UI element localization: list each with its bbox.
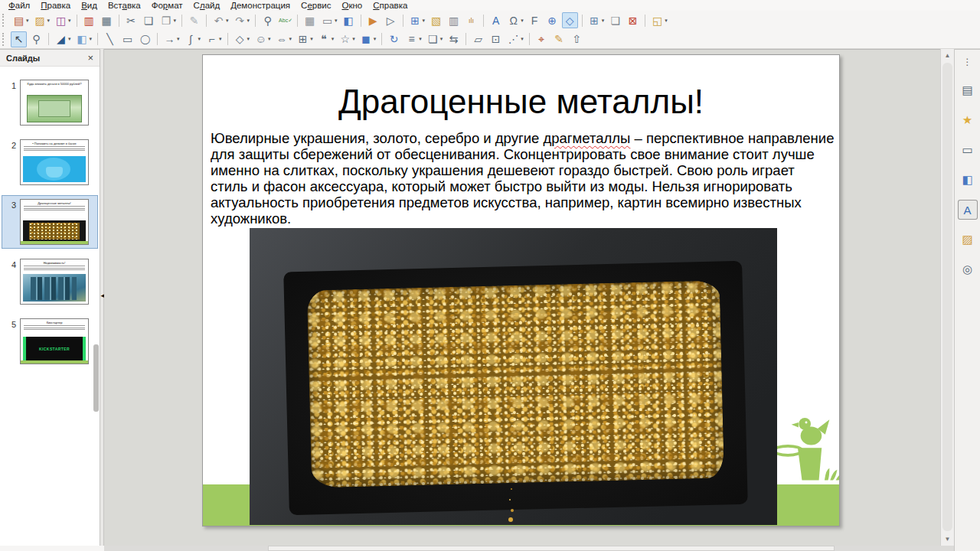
fill-color-button[interactable]: ◧▾ — [74, 31, 94, 47]
flowchart-tool[interactable]: ⊞▾ — [295, 31, 315, 47]
export-pdf-button[interactable]: ▥ — [81, 12, 97, 28]
slide-panel-scrollbar[interactable] — [93, 295, 99, 524]
transitions-deck-button[interactable]: ★ — [958, 110, 978, 130]
flip-button[interactable]: ⇆ — [446, 31, 462, 47]
properties-deck-button[interactable]: ▤ — [958, 80, 978, 100]
spelling-button[interactable]: Abc✓ — [277, 12, 293, 28]
gluepoints-button[interactable]: ✎ — [551, 31, 567, 47]
symbol-shapes-tool[interactable]: ☺▾ — [253, 31, 273, 47]
thumbnail-preview[interactable]: Драгоценные металлы! — [20, 199, 89, 245]
dropdown-caret-icon[interactable]: ▾ — [374, 36, 377, 42]
horizontal-scroll-thumb[interactable] — [268, 546, 835, 551]
duplicate-slide-button[interactable]: ❏ — [607, 12, 623, 28]
slide-panel-close-button[interactable]: × — [87, 52, 93, 64]
stars-tool[interactable]: ☆▾ — [337, 31, 357, 47]
undo-button[interactable]: ↶▾ — [211, 12, 230, 28]
insert-image-button[interactable]: ▧ — [428, 12, 444, 28]
dropdown-caret-icon[interactable]: ▾ — [310, 36, 313, 42]
master-slides-deck-button[interactable]: ◧ — [958, 170, 978, 190]
scroll-up-arrow[interactable]: ▲ — [941, 52, 954, 59]
toggle-extrusion-button[interactable]: ⇧ — [569, 31, 585, 47]
slide-canvas[interactable]: Драгоценные металлы! Ювелирные украшения… — [202, 54, 840, 527]
new-slide-button[interactable]: ⊞▾ — [586, 12, 606, 28]
display-views-button[interactable]: ▭▾ — [319, 12, 339, 28]
slide-thumbnail-2[interactable]: 2• Положить на депозит в банке — [2, 135, 98, 189]
toolbar-grip[interactable] — [2, 33, 6, 46]
menu-edit[interactable]: Правка — [35, 0, 76, 11]
slide-body-text[interactable]: Ювелирные украшения, золото, серебро и д… — [211, 131, 835, 227]
dropdown-caret-icon[interactable]: ▾ — [289, 36, 292, 42]
dropdown-caret-icon[interactable]: ▾ — [47, 18, 51, 24]
dropdown-caret-icon[interactable]: ▾ — [26, 18, 29, 24]
insert-media-button[interactable]: ▥ — [446, 12, 462, 28]
delete-slide-button[interactable]: ⊠ — [625, 12, 641, 28]
paste-button[interactable]: ❐▾ — [158, 12, 178, 28]
vertical-scroll-thumb[interactable] — [942, 63, 952, 531]
line-color-button[interactable]: ◢▾ — [53, 31, 73, 47]
clone-formatting-button[interactable]: ✎ — [186, 12, 202, 28]
copy-button[interactable]: ❏ — [141, 12, 157, 28]
find-replace-button[interactable]: ⚲ — [260, 12, 276, 28]
dropdown-caret-icon[interactable]: ▾ — [68, 18, 71, 24]
thumbnail-preview[interactable]: КикстартерKICKSTARTER — [20, 318, 89, 364]
dropdown-caret-icon[interactable]: ▾ — [177, 36, 180, 42]
menu-window[interactable]: Окно — [336, 0, 368, 11]
menu-insert[interactable]: Вставка — [103, 0, 146, 11]
dropdown-caret-icon[interactable]: ▾ — [521, 18, 524, 24]
callouts-tool[interactable]: ❝▾ — [316, 31, 336, 47]
thumbnail-preview[interactable]: Недвижимость! — [20, 259, 89, 305]
dropdown-caret-icon[interactable]: ▾ — [352, 36, 355, 42]
thumbnail-preview[interactable]: • Положить на депозит в банке — [20, 139, 89, 185]
vertical-scrollbar[interactable]: ▲ ▼ — [940, 49, 954, 546]
dropdown-caret-icon[interactable]: ▾ — [665, 18, 668, 24]
menu-tools[interactable]: Сервис — [296, 0, 336, 11]
lines-arrows-tool[interactable]: →▾ — [162, 31, 181, 47]
slide-layout-button[interactable]: ◱▾ — [649, 12, 669, 28]
dropdown-caret-icon[interactable]: ▾ — [419, 36, 422, 42]
basic-shapes-tool[interactable]: ◇▾ — [232, 31, 252, 47]
slide-thumbnail-1[interactable]: 1Куда вложить деньги в 50000 рублей? — [2, 76, 98, 129]
3d-objects-tool[interactable]: ◼▾ — [358, 31, 378, 47]
scroll-down-arrow[interactable]: ▼ — [941, 536, 954, 543]
dropdown-caret-icon[interactable]: ▾ — [198, 36, 201, 42]
character-deck-button[interactable]: A — [958, 200, 978, 220]
print-button[interactable]: ▦ — [99, 12, 115, 28]
open-button[interactable]: ▨▾ — [32, 12, 52, 28]
rectangle-tool[interactable]: ▭ — [119, 31, 136, 47]
shadow-button[interactable]: ▱ — [470, 31, 486, 47]
slide-title[interactable]: Драгоценные металлы! — [203, 83, 839, 121]
insert-line-tool[interactable]: ╲ — [102, 31, 118, 47]
dropdown-caret-icon[interactable]: ▾ — [219, 36, 222, 42]
cut-button[interactable]: ✂ — [123, 12, 139, 28]
crop-image-button[interactable]: ⊡ — [488, 31, 504, 47]
dropdown-caret-icon[interactable]: ▾ — [423, 18, 426, 24]
connector-tool[interactable]: ⌐▾ — [204, 31, 224, 47]
start-from-first-slide-button[interactable]: ▶ — [365, 12, 381, 28]
align-objects-button[interactable]: ≡▾ — [403, 31, 423, 47]
dropdown-caret-icon[interactable]: ▾ — [247, 18, 250, 24]
slide-thumbnail-5[interactable]: 5КикстартерKICKSTARTER — [2, 315, 98, 368]
horizontal-scrollbar[interactable] — [104, 546, 954, 551]
dropdown-caret-icon[interactable]: ▾ — [174, 18, 177, 24]
save-button[interactable]: ◫▾ — [53, 12, 73, 28]
zoom-tool[interactable]: ⚲ — [28, 31, 44, 47]
dropdown-caret-icon[interactable]: ▾ — [521, 36, 524, 42]
master-slide-button[interactable]: ◧ — [341, 12, 357, 28]
insert-table-button[interactable]: ⊞▾ — [407, 12, 427, 28]
arrange-button[interactable]: ❏▾ — [425, 31, 445, 47]
insert-chart-button[interactable]: ılı — [463, 12, 479, 28]
slide-panel-scroll-thumb[interactable] — [93, 344, 99, 412]
menu-slide[interactable]: Слайд — [188, 0, 226, 11]
show-draw-functions-button[interactable]: ◇ — [562, 12, 578, 28]
fontwork-button[interactable]: F — [527, 12, 543, 28]
edit-points-button[interactable]: ⌖ — [534, 31, 550, 47]
insert-textbox-button[interactable]: A — [488, 12, 504, 28]
image-filter-button[interactable]: ⋰▾ — [505, 31, 525, 47]
dropdown-caret-icon[interactable]: ▾ — [335, 18, 338, 24]
dropdown-caret-icon[interactable]: ▾ — [332, 36, 335, 42]
gold-nuggets-image[interactable] — [250, 228, 777, 525]
animation-deck-button[interactable]: ▭ — [958, 140, 978, 160]
select-tool[interactable]: ↖ — [11, 31, 27, 47]
special-character-button[interactable]: Ω▾ — [505, 12, 525, 28]
redo-button[interactable]: ↷▾ — [232, 12, 252, 28]
